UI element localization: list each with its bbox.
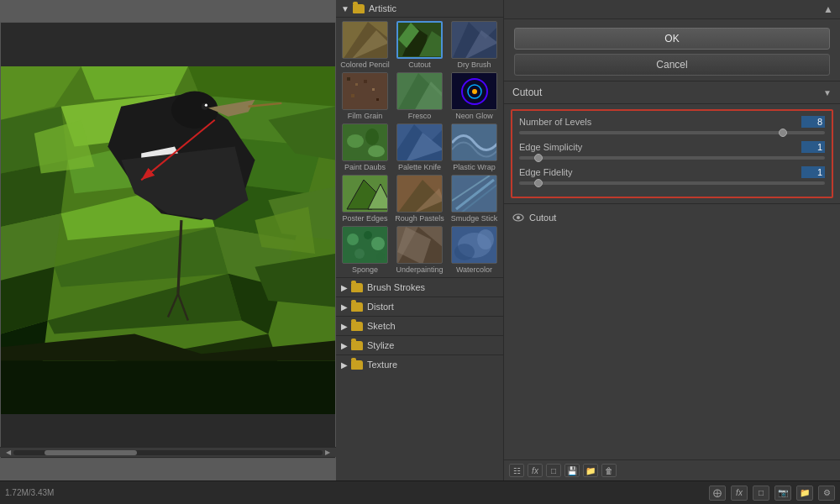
category-brush-strokes[interactable]: ▶ Brush Strokes (336, 277, 503, 297)
category-sketch[interactable]: ▶ Sketch (336, 316, 503, 335)
texture-label: Texture (367, 360, 397, 370)
filter-underpainting[interactable]: Underpainting (394, 226, 445, 274)
simplicity-row: Edge Simplicity (519, 141, 825, 153)
film-grain-thumb (342, 72, 388, 110)
distort-arrow: ▶ (341, 302, 348, 312)
scroll-up-icon[interactable]: ▲ (823, 3, 833, 15)
camera-btn[interactable]: 📷 (774, 486, 791, 501)
svg-point-23 (171, 91, 218, 129)
sketch-arrow: ▶ (341, 322, 348, 331)
filter-cutout[interactable]: Cutout (394, 21, 445, 69)
layer-row-cutout[interactable]: Cutout (509, 209, 835, 226)
brush-strokes-folder-icon (351, 283, 363, 292)
fidelity-slider-thumb[interactable] (534, 179, 543, 187)
svg-point-94 (454, 244, 475, 260)
levels-slider-track[interactable] (519, 131, 825, 134)
svg-point-86 (371, 237, 385, 250)
layers-fx-btn[interactable]: fx (528, 464, 543, 477)
smudge-stick-label: Smudge Stick (451, 214, 498, 223)
filter-film-grain[interactable]: Film Grain (339, 72, 391, 120)
svg-rect-55 (372, 88, 375, 91)
ok-button[interactable]: OK (514, 28, 830, 50)
filter-palette-knife[interactable]: Palette Knife (394, 123, 445, 171)
settings-btn[interactable]: ⚙ (818, 486, 835, 501)
filter-watercolor[interactable]: Watercolor (449, 226, 500, 274)
cutout-thumb (396, 21, 443, 59)
filter-rough-pastels[interactable]: Rough Pastels (394, 175, 445, 223)
scroll-thumb[interactable] (45, 450, 137, 455)
colored-pencil-label: Colored Pencil (340, 60, 390, 69)
stylize-folder-icon (351, 341, 363, 350)
filter-neon-glow[interactable]: Neon Glow (449, 72, 500, 120)
levels-row: Number of Levels (519, 116, 825, 128)
simplicity-input[interactable] (801, 141, 825, 153)
svg-point-97 (517, 216, 520, 219)
artistic-arrow-icon: ▼ (341, 4, 349, 13)
filter-fresco[interactable]: Fresco (394, 72, 445, 120)
filter-dry-brush[interactable]: Dry Brush (449, 21, 500, 69)
canvas-area: ◀ ▶ (0, 0, 336, 480)
category-distort[interactable]: ▶ Distort (336, 297, 503, 316)
layers-bottom-bar: ☷ fx □ 💾 📁 🗑 (504, 459, 840, 480)
folder-btn[interactable]: 📁 (796, 486, 813, 501)
fx-icon-btn[interactable]: fx (731, 486, 748, 501)
layers-panel: Cutout (504, 203, 840, 459)
fresco-label: Fresco (408, 112, 432, 120)
levels-input[interactable] (801, 116, 825, 128)
main-area: ◀ ▶ ▼ Artistic Colored Pencil (0, 0, 840, 480)
horizontal-scrollbar[interactable]: ◀ ▶ (0, 447, 336, 457)
svg-point-25 (205, 104, 207, 107)
scroll-right-arrow[interactable]: ▶ (323, 449, 333, 456)
filter-paint-daubs[interactable]: Paint Daubs (339, 123, 391, 171)
levels-slider-thumb[interactable] (779, 129, 787, 137)
new-layer-btn[interactable]: □ (753, 486, 769, 501)
artistic-category-header[interactable]: ▼ Artistic (336, 0, 503, 18)
layers-trash-btn[interactable]: 🗑 (601, 464, 617, 477)
filter-colored-pencil[interactable]: Colored Pencil (339, 21, 391, 69)
simplicity-slider-track[interactable] (519, 156, 825, 160)
layers-folder-btn[interactable]: 📁 (583, 464, 598, 477)
artistic-folder-icon (353, 4, 365, 13)
layers-grid-btn[interactable]: ☷ (509, 464, 524, 477)
stylize-arrow: ▶ (341, 341, 348, 350)
zoom-icon-btn[interactable]: ⨁ (709, 486, 726, 501)
plastic-wrap-thumb (451, 123, 497, 161)
fidelity-input[interactable] (801, 166, 825, 178)
sketch-folder-icon (351, 322, 363, 331)
texture-arrow: ▶ (341, 360, 348, 370)
filter-sponge[interactable]: Sponge (339, 226, 391, 274)
filter-smudge-stick[interactable]: Smudge Stick (449, 175, 500, 223)
filter-plastic-wrap[interactable]: Plastic Wrap (449, 123, 500, 171)
fresco-thumb (396, 72, 443, 110)
svg-point-66 (347, 134, 364, 148)
cancel-button[interactable]: Cancel (514, 54, 830, 76)
dry-brush-thumb (451, 21, 497, 59)
texture-folder-icon (351, 360, 363, 370)
category-stylize[interactable]: ▶ Stylize (336, 335, 503, 354)
stylize-label: Stylize (367, 340, 394, 350)
svg-rect-56 (351, 94, 354, 97)
simplicity-slider-thumb[interactable] (534, 154, 543, 162)
sketch-label: Sketch (367, 321, 396, 331)
svg-rect-57 (376, 98, 379, 101)
bird-image (1, 23, 335, 458)
status-text: 1.72M/3.43M (5, 488, 54, 497)
category-texture[interactable]: ▶ Texture (336, 354, 503, 374)
cutout-section-header[interactable]: Cutout ▼ (504, 81, 840, 104)
scroll-left-arrow[interactable]: ◀ (3, 449, 13, 456)
underpainting-label: Underpainting (396, 265, 443, 274)
poster-edges-label: Poster Edges (342, 214, 387, 223)
layers-copy-btn[interactable]: 💾 (564, 464, 580, 477)
layers-new-btn[interactable]: □ (546, 464, 561, 477)
distort-folder-icon (351, 302, 363, 312)
filter-browser: ▼ Artistic Colored Pencil Cutout (336, 0, 504, 480)
scroll-track[interactable] (13, 450, 323, 455)
paint-daubs-thumb (342, 123, 388, 161)
fidelity-slider-track[interactable] (519, 181, 825, 185)
layer-eye-icon[interactable] (512, 212, 524, 223)
filter-poster-edges[interactable]: Poster Edges (339, 175, 391, 223)
watercolor-label: Watercolor (456, 265, 492, 274)
image-frame (0, 22, 336, 459)
svg-point-88 (376, 252, 385, 260)
dry-brush-label: Dry Brush (457, 60, 491, 69)
